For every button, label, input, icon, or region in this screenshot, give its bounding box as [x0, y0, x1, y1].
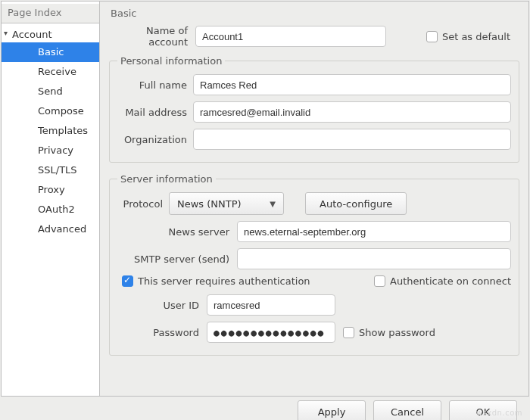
sidebar-item-privacy[interactable]: Privacy	[2, 141, 99, 160]
smtp-server-label: SMTP server (send)	[117, 254, 229, 265]
protocol-label: Protocol	[117, 198, 163, 210]
organization-input[interactable]	[193, 129, 511, 150]
sidebar-item-label: Receive	[38, 66, 76, 77]
sidebar-item-send[interactable]: Send	[2, 82, 99, 101]
ok-label: OK	[476, 406, 491, 418]
checkbox-icon	[374, 275, 385, 287]
sidebar-item-label: Proxy	[38, 184, 65, 195]
checkbox-icon	[122, 275, 133, 287]
sidebar-item-label: Basic	[38, 46, 64, 58]
sidebar-title: Page Index	[2, 4, 99, 23]
full-name-label: Full name	[117, 79, 187, 91]
show-password-checkbox[interactable]: Show password	[343, 327, 435, 338]
sidebar-item-label: OAuth2	[38, 204, 75, 215]
sidebar-item-label: Templates	[38, 125, 88, 136]
auth-required-checkbox[interactable]: This server requires authentication	[122, 275, 310, 287]
account-name-label: Name of account	[109, 25, 191, 48]
auth-on-connect-label: Authenticate on connect	[390, 275, 511, 287]
mail-address-input[interactable]	[193, 101, 511, 123]
sidebar-item-label: SSL/TLS	[38, 164, 77, 176]
auto-configure-label: Auto-configure	[320, 198, 392, 210]
sidebar-item-oauth2[interactable]: OAuth2	[2, 200, 99, 219]
set-default-checkbox[interactable]: Set as default	[426, 31, 510, 42]
sidebar-item-label: Privacy	[38, 145, 73, 156]
full-name-input[interactable]	[193, 74, 511, 95]
sidebar-item-receive[interactable]: Receive	[2, 62, 99, 82]
tree: Account Basic Receive Send Compose Templ…	[2, 23, 99, 239]
organization-label: Organization	[117, 134, 187, 145]
sidebar-item-ssltls[interactable]: SSL/TLS	[2, 160, 99, 180]
sidebar-item-templates[interactable]: Templates	[2, 121, 99, 141]
auth-required-label: This server requires authentication	[138, 275, 310, 287]
sidebar-item-label: Advanced	[38, 223, 86, 235]
page-title: Basic	[109, 6, 519, 25]
password-input[interactable]	[207, 322, 335, 343]
sidebar-item-proxy[interactable]: Proxy	[2, 180, 99, 200]
sidebar-item-compose[interactable]: Compose	[2, 101, 99, 121]
chevron-down-icon: ▼	[270, 200, 276, 208]
sidebar-item-basic[interactable]: Basic	[2, 42, 99, 62]
server-legend: Server information	[117, 173, 216, 185]
cancel-label: Cancel	[391, 406, 424, 418]
account-name-input[interactable]	[195, 26, 386, 47]
news-server-input[interactable]	[237, 221, 511, 242]
sidebar-item-label: Send	[38, 86, 63, 97]
auth-on-connect-checkbox[interactable]: Authenticate on connect	[374, 275, 511, 287]
checkbox-icon	[343, 327, 354, 338]
tree-root-label: Account	[12, 29, 52, 40]
mail-address-label: Mail address	[117, 107, 187, 118]
main-panel: Basic Name of account Set as default Per…	[100, 2, 528, 396]
personal-information-group: Personal information Full name Mail addr…	[109, 55, 519, 163]
sidebar-item-label: Compose	[38, 105, 84, 117]
tree-root-account[interactable]: Account	[2, 26, 99, 42]
dialog-footer: Apply Cancel OK	[1, 397, 529, 420]
cancel-button[interactable]: Cancel	[373, 400, 441, 420]
ok-button[interactable]: OK	[449, 400, 517, 420]
news-server-label: News server	[117, 226, 229, 238]
user-id-input[interactable]	[207, 294, 335, 316]
protocol-dropdown[interactable]: News (NNTP) ▼	[169, 192, 284, 215]
checkbox-icon	[426, 31, 438, 42]
auto-configure-button[interactable]: Auto-configure	[305, 192, 407, 215]
show-password-label: Show password	[359, 327, 435, 338]
account-name-row: Name of account Set as default	[109, 25, 519, 48]
apply-label: Apply	[318, 406, 346, 418]
protocol-value: News (NNTP)	[177, 198, 242, 210]
set-default-label: Set as default	[442, 31, 510, 42]
user-id-label: User ID	[117, 300, 199, 311]
server-information-group: Server information Protocol News (NNTP) …	[109, 173, 519, 356]
smtp-server-input[interactable]	[237, 248, 511, 269]
apply-button[interactable]: Apply	[298, 400, 366, 420]
personal-legend: Personal information	[117, 55, 225, 67]
sidebar-item-advanced[interactable]: Advanced	[2, 219, 99, 239]
password-label: Password	[117, 327, 199, 338]
page-index-sidebar: Page Index Account Basic Receive Send Co…	[2, 2, 100, 396]
